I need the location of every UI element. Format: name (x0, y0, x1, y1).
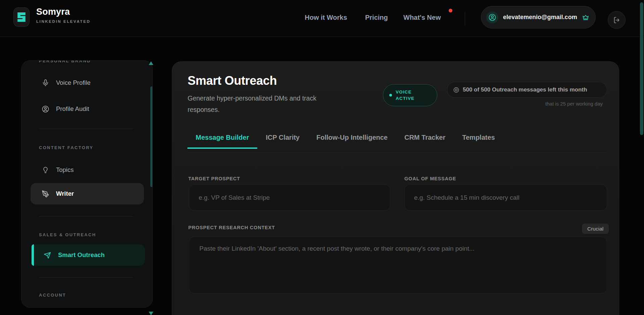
sidebar-item-label: Voice Profile (56, 79, 91, 86)
sidebar-scrollbar-thumb[interactable] (150, 86, 153, 187)
voice-badge-line1: VOICE (396, 89, 414, 95)
goal-of-message-label: GOAL OF MESSAGE (404, 176, 456, 181)
page-subtitle: Generate hyper-personalized DMs and trac… (188, 92, 345, 115)
voice-active-badge: VOICE ACTIVE (383, 84, 437, 106)
tab-message-builder[interactable]: Message Builder (187, 130, 257, 149)
quota-pill: 500 of 500 Outreach messages left this m… (447, 82, 607, 98)
sidebar-item-label: Topics (56, 166, 73, 174)
user-circle-icon (42, 105, 49, 113)
page-scrollbar-thumb[interactable] (640, 2, 643, 135)
prospect-research-context-label: PROSPECT RESEARCH CONTEXT (188, 225, 275, 230)
sidebar-item-topics[interactable]: Topics (31, 159, 144, 181)
tab-bar: Message Builder ICP Clarity Follow-Up In… (187, 130, 503, 149)
quota-text: 500 of 500 Outreach messages left this m… (463, 86, 587, 93)
target-prospect-input[interactable] (189, 184, 390, 211)
crucial-badge: Crucial (582, 224, 609, 234)
section-personal-brand: PERSONAL BRAND (39, 60, 91, 63)
page-title: Smart Outreach (188, 74, 277, 88)
nav-how-it-works[interactable]: How it Works (305, 14, 347, 21)
tab-follow-up-intelligence[interactable]: Follow-Up Intelligence (308, 130, 396, 149)
header-divider (465, 12, 465, 25)
somyra-logo-icon[interactable] (13, 7, 30, 27)
nav-whats-new[interactable]: What's New (403, 14, 441, 21)
prospect-research-context-textarea[interactable] (189, 237, 607, 294)
sidebar-divider (39, 129, 133, 129)
section-account: ACCOUNT (39, 293, 66, 298)
target-icon (453, 87, 459, 93)
tab-icp-clarity[interactable]: ICP Clarity (257, 130, 308, 149)
pen-tool-icon (42, 190, 49, 198)
tabs-divider (188, 152, 607, 153)
tab-templates[interactable]: Templates (454, 130, 503, 149)
lightbulb-icon (42, 166, 49, 174)
sidebar-divider (39, 277, 133, 277)
section-content-factory: CONTENT FACTORY (39, 145, 93, 150)
nav-pricing[interactable]: Pricing (365, 14, 388, 21)
tab-crm-tracker[interactable]: CRM Tracker (396, 130, 454, 149)
voice-badge-line2: ACTIVE (396, 95, 414, 102)
sidebar-divider (39, 216, 133, 216)
sidebar-item-label: Profile Audit (56, 105, 89, 113)
sidebar-item-label: Smart Outreach (58, 251, 105, 259)
status-dot (389, 94, 392, 97)
smart-outreach-panel: Smart Outreach Generate hyper-personaliz… (172, 61, 619, 315)
scroll-down-indicator-icon[interactable] (149, 312, 153, 315)
sidebar: PERSONAL BRAND Voice Profile Profile Aud… (21, 60, 153, 308)
logout-button[interactable] (608, 11, 626, 29)
app-root: Somyra LINKEDIN ELEVATED How it Works Pr… (0, 0, 644, 315)
sidebar-item-writer[interactable]: Writer (31, 183, 144, 204)
target-prospect-label: TARGET PROSPECT (188, 176, 240, 181)
header: Somyra LINKEDIN ELEVATED How it Works Pr… (0, 0, 644, 37)
sidebar-item-voice-profile[interactable]: Voice Profile (31, 72, 144, 93)
user-email: elevatemenio@gmail.com (503, 14, 577, 21)
goal-of-message-input[interactable] (404, 184, 607, 211)
sidebar-item-label: Writer (56, 190, 74, 197)
logo-s-glyph (17, 12, 26, 22)
send-icon (44, 251, 51, 259)
mic-icon (42, 79, 49, 87)
quota-note: that is 25 per working day (545, 101, 603, 107)
brand-tagline: LINKEDIN ELEVATED (36, 19, 90, 23)
notification-dot (449, 9, 452, 12)
brand-name: Somyra (36, 7, 70, 17)
sidebar-item-profile-audit[interactable]: Profile Audit (31, 98, 144, 120)
user-account-pill[interactable]: elevatemenio@gmail.com (481, 6, 596, 28)
crown-icon (582, 14, 589, 21)
user-avatar-icon (486, 11, 498, 23)
scroll-up-indicator-icon[interactable] (149, 61, 153, 65)
section-sales-outreach: SALES & OUTREACH (39, 232, 96, 237)
sidebar-item-smart-outreach[interactable]: Smart Outreach (32, 244, 145, 266)
logout-icon (613, 16, 621, 24)
